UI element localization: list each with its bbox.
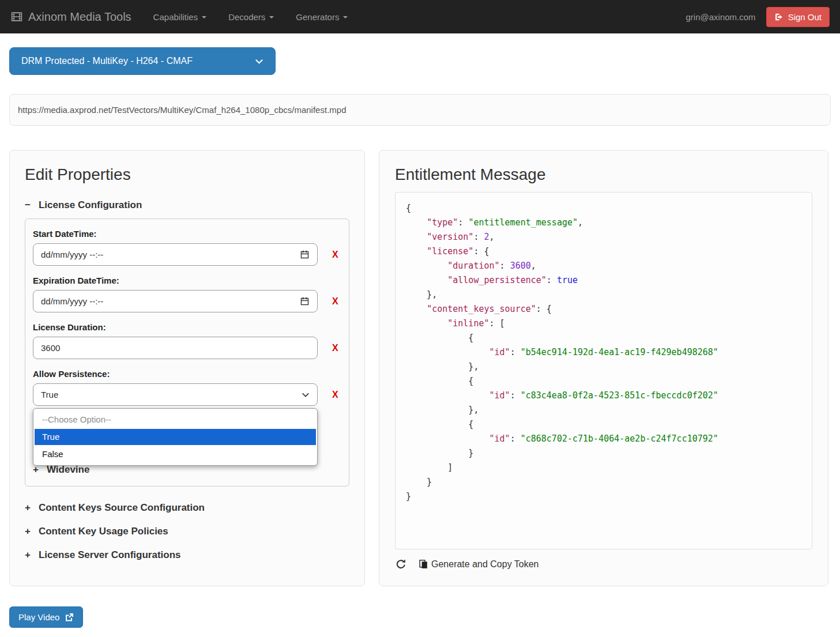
start-datetime-row: dd/mm/yyyy --:-- X [33, 243, 341, 266]
dropdown-option-true[interactable]: True [35, 429, 316, 445]
allow-persistence-row: True X [33, 383, 341, 406]
manifest-url-text: https://media.axprod.net/TestVectors/Mul… [18, 105, 346, 115]
expand-plus-icon: + [25, 549, 31, 561]
brand-title: Axinom Media Tools [28, 10, 131, 24]
allow-persistence-label: Allow Persistence: [33, 369, 341, 379]
nav-menu-label: Generators [296, 12, 339, 22]
navbar-right: grin@axinom.com Sign Out [686, 7, 830, 27]
expiration-datetime-value: dd/mm/yyyy --:-- [41, 296, 103, 306]
clear-start-datetime-button[interactable]: X [332, 250, 338, 260]
section-license-server-configurations[interactable]: + License Server Configurations [25, 549, 349, 561]
panels-row: Edit Properties − License Configuration … [9, 150, 831, 586]
entitlement-message-title: Entitlement Message [395, 165, 812, 184]
dropdown-option-choose[interactable]: --Choose Option-- [35, 412, 316, 428]
nav-menu-capabilities[interactable]: Capabilities [153, 12, 207, 22]
start-datetime-value: dd/mm/yyyy --:-- [41, 250, 103, 259]
entitlement-json[interactable]: { "type": "entitlement_message", "versio… [395, 192, 812, 549]
external-link-icon [65, 613, 74, 622]
section-license-configuration[interactable]: − License Configuration [25, 199, 349, 211]
preset-dropdown-value: DRM Protected - MultiKey - H264 - CMAF [21, 56, 193, 66]
film-icon [10, 10, 23, 23]
allow-persistence-value: True [41, 390, 58, 399]
section-label: Content Keys Source Configuration [39, 502, 205, 514]
section-content-key-usage-policies[interactable]: + Content Key Usage Policies [25, 526, 349, 537]
clear-license-duration-button[interactable]: X [332, 343, 338, 353]
start-datetime-input[interactable]: dd/mm/yyyy --:-- [33, 243, 318, 266]
clear-allow-persistence-button[interactable]: X [332, 390, 338, 400]
expiration-datetime-input[interactable]: dd/mm/yyyy --:-- [33, 290, 318, 312]
calendar-icon[interactable] [300, 250, 310, 259]
generate-copy-token-button[interactable]: Generate and Copy Token [419, 559, 539, 570]
license-duration-value: 3600 [41, 343, 60, 353]
generate-copy-token-label: Generate and Copy Token [431, 559, 539, 570]
main-content: DRM Protected - MultiKey - H264 - CMAF h… [0, 33, 840, 628]
dropdown-option-false[interactable]: False [35, 446, 316, 462]
collapsed-sections: + Content Keys Source Configuration + Co… [25, 502, 349, 561]
edit-properties-title: Edit Properties [25, 165, 349, 184]
start-datetime-label: Start DateTime: [33, 229, 341, 239]
navbar: Axinom Media Tools Capabilities Decoders… [0, 0, 840, 33]
expiration-datetime-label: Expiration DateTime: [33, 276, 341, 285]
copy-icon [419, 559, 428, 569]
token-actions-row: Generate and Copy Token [395, 558, 812, 570]
expand-plus-icon: + [25, 526, 31, 537]
nav-menus: Capabilities Decoders Generators [153, 12, 348, 22]
allow-persistence-select-wrap: True X --Choose Option-- True False [33, 383, 341, 406]
collapse-minus-icon: − [25, 199, 31, 211]
calendar-icon[interactable] [300, 296, 310, 306]
caret-down-icon [269, 16, 274, 18]
sign-out-label: Sign Out [788, 12, 822, 22]
allow-persistence-select[interactable]: True [33, 383, 318, 406]
play-video-label: Play Video [18, 612, 59, 622]
edit-properties-panel: Edit Properties − License Configuration … [9, 150, 365, 586]
nav-menu-generators[interactable]: Generators [296, 12, 348, 22]
user-email: grin@axinom.com [686, 12, 756, 22]
nav-menu-label: Capabilities [153, 12, 198, 22]
preset-dropdown-button[interactable]: DRM Protected - MultiKey - H264 - CMAF [9, 47, 276, 75]
manifest-url-box[interactable]: https://media.axprod.net/TestVectors/Mul… [9, 94, 831, 126]
sign-out-icon [774, 12, 784, 22]
license-duration-input[interactable]: 3600 [33, 337, 318, 359]
play-video-button[interactable]: Play Video [9, 606, 83, 628]
chevron-down-icon [255, 57, 263, 66]
section-widevine[interactable]: + Widevine [33, 464, 341, 476]
expand-plus-icon: + [25, 502, 31, 514]
section-label: Content Key Usage Policies [39, 526, 168, 537]
section-label: Widevine [47, 464, 89, 476]
nav-menu-label: Decoders [228, 12, 265, 22]
brand[interactable]: Axinom Media Tools [10, 10, 131, 24]
refresh-button[interactable] [395, 558, 407, 570]
entitlement-message-panel: Entitlement Message { "type": "entitleme… [379, 150, 828, 586]
clear-expiration-datetime-button[interactable]: X [332, 296, 338, 307]
section-label: License Server Configurations [39, 549, 181, 561]
license-duration-row: 3600 X [33, 337, 341, 359]
license-duration-label: License Duration: [33, 322, 341, 332]
allow-persistence-dropdown-list: --Choose Option-- True False [33, 408, 318, 466]
section-content-keys-source-configuration[interactable]: + Content Keys Source Configuration [25, 502, 349, 514]
expand-plus-icon: + [33, 464, 39, 476]
nav-menu-decoders[interactable]: Decoders [228, 12, 274, 22]
caret-down-icon [343, 16, 348, 18]
app-window: Axinom Media Tools Capabilities Decoders… [0, 0, 840, 637]
caret-down-icon [202, 16, 206, 18]
section-label: License Configuration [39, 199, 142, 211]
license-configuration-groupbox: Start DateTime: dd/mm/yyyy --:-- X Expir… [25, 218, 349, 487]
chevron-down-icon [302, 391, 310, 399]
sign-out-button[interactable]: Sign Out [766, 7, 830, 27]
expiration-datetime-row: dd/mm/yyyy --:-- X [33, 290, 341, 312]
